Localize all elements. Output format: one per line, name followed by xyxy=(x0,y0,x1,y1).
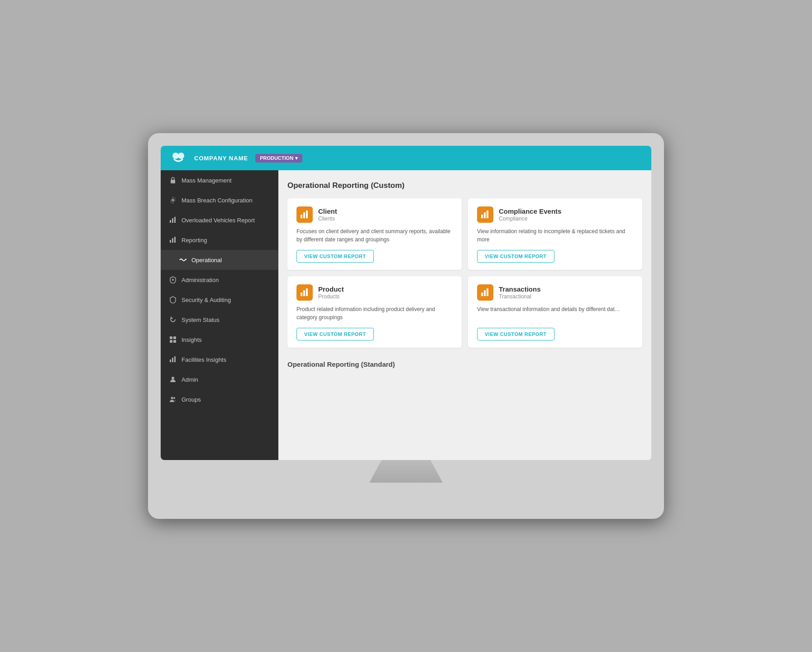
sidebar-label-facilities-insights: Facilities Insights xyxy=(182,356,226,363)
report-card-client: Client Clients Focuses on client deliver… xyxy=(287,198,462,270)
svg-rect-16 xyxy=(170,360,171,362)
card-title-product: Product xyxy=(318,285,344,293)
sidebar-item-facilities-insights[interactable]: Facilities Insights xyxy=(161,350,278,369)
svg-point-20 xyxy=(171,397,173,399)
svg-point-19 xyxy=(172,377,174,379)
card-header-client: Client Clients xyxy=(296,206,453,223)
view-custom-report-client[interactable]: VIEW CUSTOM REPORT xyxy=(296,250,374,263)
report-card-compliance: Compliance Events Compliance View inform… xyxy=(468,198,642,270)
sidebar-label-groups: Groups xyxy=(182,396,201,403)
svg-point-4 xyxy=(172,200,174,201)
card-title-group-compliance: Compliance Events Compliance xyxy=(499,207,561,222)
logo-icon xyxy=(170,149,187,167)
report-card-transactions: Transactions Transactional View transact… xyxy=(468,276,642,348)
section-title: Operational Reporting (Custom) xyxy=(287,181,642,190)
card-title-compliance: Compliance Events xyxy=(499,207,561,215)
sidebar-item-admin[interactable]: Admin xyxy=(161,369,278,389)
card-header-product: Product Products xyxy=(296,284,453,301)
top-nav: COMPANY NAME PRODUCTION ▾ xyxy=(161,146,651,170)
shield-gear-icon xyxy=(169,276,177,284)
sidebar-item-insights[interactable]: Insights xyxy=(161,330,278,350)
view-custom-report-transactions[interactable]: VIEW CUSTOM REPORT xyxy=(477,328,554,340)
card-title-group-client: Client Clients xyxy=(318,207,337,222)
svg-rect-10 xyxy=(174,237,176,243)
sidebar-item-mass-management[interactable]: Mass Management xyxy=(161,170,278,190)
svg-rect-14 xyxy=(170,340,172,343)
card-title-client: Client xyxy=(318,207,337,215)
svg-rect-32 xyxy=(484,290,486,296)
people-icon xyxy=(169,395,177,403)
company-name: COMPANY NAME xyxy=(194,155,248,162)
card-subtitle-client: Clients xyxy=(318,216,337,222)
card-subtitle-transactions: Transactional xyxy=(499,293,541,300)
sidebar-label-admin: Admin xyxy=(182,376,198,383)
sidebar-item-administration[interactable]: Administration xyxy=(161,270,278,290)
sidebar-item-mass-breach[interactable]: Mass Breach Configuration xyxy=(161,190,278,210)
bar-chart-icon-facilities xyxy=(169,355,177,364)
refresh-icon xyxy=(169,316,177,324)
svg-rect-26 xyxy=(484,212,486,218)
svg-rect-13 xyxy=(173,336,176,339)
lock-icon xyxy=(169,176,177,184)
svg-rect-27 xyxy=(487,211,488,218)
sidebar-label-mass-management: Mass Management xyxy=(182,177,232,184)
bar-chart-icon-overloaded xyxy=(169,216,177,224)
sidebar-label-operational: Operational xyxy=(191,257,222,264)
sidebar-item-reporting[interactable]: Reporting xyxy=(161,230,278,250)
monitor-outer: COMPANY NAME PRODUCTION ▾ Mass M xyxy=(148,133,664,519)
view-custom-report-product[interactable]: VIEW CUSTOM REPORT xyxy=(296,328,374,340)
card-title-transactions: Transactions xyxy=(499,285,541,293)
shield-icon xyxy=(169,296,177,304)
card-title-group-product: Product Products xyxy=(318,285,344,300)
card-icon-product xyxy=(296,284,313,301)
stand-neck xyxy=(365,460,447,483)
svg-rect-12 xyxy=(170,336,172,339)
sidebar-label-overloaded-vehicles: Overloaded Vehicles Report xyxy=(182,217,255,224)
svg-rect-22 xyxy=(301,215,302,218)
card-icon-client xyxy=(296,206,313,223)
svg-point-11 xyxy=(172,279,174,281)
grid-icon xyxy=(169,336,177,344)
env-badge[interactable]: PRODUCTION ▾ xyxy=(255,154,302,163)
svg-point-0 xyxy=(172,153,179,159)
sidebar-item-operational[interactable]: Operational xyxy=(161,250,278,270)
sidebar-item-groups[interactable]: Groups xyxy=(161,389,278,409)
svg-rect-30 xyxy=(306,288,308,296)
sidebar-label-insights: Insights xyxy=(182,336,202,343)
report-card-product: Product Products Product related informa… xyxy=(287,276,462,348)
svg-rect-25 xyxy=(481,215,483,218)
svg-rect-8 xyxy=(170,240,171,243)
card-icon-transactions xyxy=(477,284,493,301)
card-title-group-transactions: Transactions Transactional xyxy=(499,285,541,300)
sidebar-label-reporting: Reporting xyxy=(182,237,207,244)
sidebar-label-administration: Administration xyxy=(182,277,219,283)
next-section-title: Operational Reporting (Standard) xyxy=(287,359,642,368)
card-subtitle-compliance: Compliance xyxy=(499,216,561,222)
card-subtitle-product: Products xyxy=(318,293,344,300)
svg-rect-17 xyxy=(172,358,173,362)
gear-icon xyxy=(169,196,177,204)
card-description-product: Product related information including pr… xyxy=(296,305,453,321)
svg-rect-9 xyxy=(172,238,173,243)
sidebar-item-system-status[interactable]: System Status xyxy=(161,310,278,330)
svg-point-21 xyxy=(173,397,175,399)
svg-rect-3 xyxy=(171,180,175,183)
view-custom-report-compliance[interactable]: VIEW CUSTOM REPORT xyxy=(477,250,554,263)
cards-grid: Client Clients Focuses on client deliver… xyxy=(287,198,642,348)
svg-rect-15 xyxy=(173,340,176,343)
card-description-compliance: View information relating to incomplete … xyxy=(477,227,633,244)
svg-rect-33 xyxy=(487,288,488,296)
card-icon-compliance xyxy=(477,206,493,223)
main-content: Operational Reporting (Custom) xyxy=(278,170,651,460)
svg-rect-7 xyxy=(174,217,176,223)
svg-rect-31 xyxy=(481,292,483,296)
sidebar-item-security-auditing[interactable]: Security & Auditing xyxy=(161,290,278,310)
main-layout: Mass Management Mass Breach Configuratio… xyxy=(161,170,651,460)
card-header-compliance: Compliance Events Compliance xyxy=(477,206,633,223)
bar-chart-icon-reporting xyxy=(169,236,177,244)
sidebar-label-system-status: System Status xyxy=(182,316,220,323)
card-description-client: Focuses on client delivery and client su… xyxy=(296,227,453,244)
monitor-stand xyxy=(161,460,651,483)
sidebar-item-overloaded-vehicles[interactable]: Overloaded Vehicles Report xyxy=(161,210,278,230)
svg-point-1 xyxy=(178,153,184,159)
